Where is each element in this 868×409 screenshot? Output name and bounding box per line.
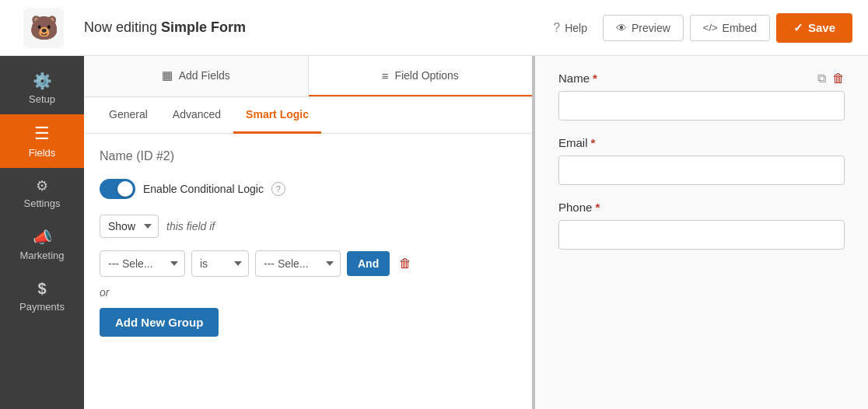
- condition-operator-select[interactable]: is is not: [191, 250, 249, 277]
- tab-add-fields[interactable]: ▦ Add Fields: [84, 56, 309, 96]
- form-preview-wrapper: Name * ⧉ 🗑 Email *: [558, 72, 845, 250]
- panel-tabs: ▦ Add Fields ≡ Field Options: [84, 56, 532, 97]
- main-layout: ⚙️ Setup ☰ Fields ⚙ Settings 📣 Marketing…: [0, 56, 868, 409]
- tab-field-options[interactable]: ≡ Field Options: [309, 56, 533, 96]
- marketing-icon: 📣: [33, 228, 52, 246]
- condition-field-select[interactable]: --- Sele...: [100, 250, 185, 277]
- phone-input[interactable]: [558, 220, 845, 250]
- content-area: ▦ Add Fields ≡ Field Options General Adv…: [84, 56, 868, 409]
- save-button[interactable]: ✓ Save: [776, 13, 852, 43]
- add-group-label: Add New Group: [115, 316, 203, 329]
- form-name: Simple Form: [161, 19, 246, 35]
- field-options-icon: ≡: [382, 69, 389, 82]
- copy-icon[interactable]: ⧉: [817, 72, 826, 86]
- logo-icon: 🐻: [23, 8, 64, 48]
- required-star: *: [591, 136, 596, 149]
- add-fields-icon: ▦: [162, 68, 173, 82]
- required-star: *: [593, 72, 597, 85]
- email-label: Email *: [558, 136, 845, 149]
- sub-tab-smart-logic[interactable]: Smart Logic: [233, 97, 321, 134]
- add-new-group-button[interactable]: Add New Group: [100, 308, 219, 337]
- condition-value-select[interactable]: --- Sele...: [255, 250, 341, 277]
- sidebar-item-label: Payments: [19, 301, 65, 313]
- sidebar: ⚙️ Setup ☰ Fields ⚙ Settings 📣 Marketing…: [0, 56, 84, 409]
- sidebar-item-setup[interactable]: ⚙️ Setup: [0, 62, 84, 114]
- conditional-logic-toggle[interactable]: [100, 179, 135, 199]
- trash-icon: 🗑: [399, 257, 411, 270]
- payments-icon: $: [37, 280, 46, 298]
- form-field-email: Email *: [558, 136, 845, 185]
- sub-tabs: General Advanced Smart Logic: [84, 97, 532, 134]
- condition-row: --- Sele... is is not --- Sele... And 🗑: [100, 250, 516, 277]
- embed-button[interactable]: </> Embed: [690, 15, 770, 41]
- sidebar-item-label: Marketing: [19, 250, 64, 261]
- preview-button[interactable]: 👁 Preview: [603, 15, 684, 41]
- delete-condition-button[interactable]: 🗑: [396, 253, 415, 274]
- and-label: And: [358, 257, 379, 270]
- email-input[interactable]: [558, 156, 845, 185]
- toggle-help-icon[interactable]: ?: [271, 182, 285, 196]
- toggle-label: Enable Conditional Logic: [143, 183, 264, 195]
- tab-field-options-label: Field Options: [394, 69, 458, 82]
- field-actions: ⧉ 🗑: [817, 72, 845, 86]
- toggle-row: Enable Conditional Logic ?: [100, 179, 516, 199]
- save-label: Save: [808, 21, 835, 34]
- help-circle-icon: ?: [553, 21, 560, 35]
- name-label: Name *: [558, 72, 597, 85]
- preview-label: Preview: [632, 22, 670, 34]
- panel-body: Name (ID #2) Enable Conditional Logic ?: [84, 134, 532, 352]
- field-if-text: this field if: [166, 220, 215, 232]
- editing-title: Now editing Simple Form: [84, 19, 531, 36]
- setup-icon: ⚙️: [33, 72, 52, 90]
- or-text: or: [100, 286, 516, 299]
- form-field-name: Name * ⧉ 🗑: [558, 72, 845, 121]
- sidebar-item-payments[interactable]: $ Payments: [0, 271, 84, 322]
- sidebar-item-label: Fields: [29, 147, 56, 159]
- sidebar-item-label: Settings: [24, 198, 61, 209]
- sidebar-item-label: Setup: [29, 93, 55, 105]
- left-panel: ▦ Add Fields ≡ Field Options General Adv…: [84, 56, 535, 409]
- field-title: Name (ID #2): [100, 149, 516, 163]
- sidebar-item-fields[interactable]: ☰ Fields: [0, 114, 84, 168]
- show-row: Show Hide this field if: [100, 215, 516, 238]
- and-button[interactable]: And: [347, 251, 390, 276]
- eye-icon: 👁: [616, 22, 627, 34]
- checkmark-icon: ✓: [793, 21, 803, 35]
- show-select[interactable]: Show Hide: [100, 215, 159, 238]
- sidebar-item-settings[interactable]: ⚙ Settings: [0, 168, 84, 218]
- field-id: (ID #2): [136, 149, 174, 163]
- fields-icon: ☰: [34, 124, 50, 144]
- sub-tab-advanced[interactable]: Advanced: [160, 97, 233, 134]
- code-icon: </>: [703, 22, 718, 33]
- required-star: *: [595, 201, 600, 214]
- help-label: Help: [565, 22, 587, 34]
- help-button[interactable]: ? Help: [544, 15, 597, 41]
- toggle-knob: [117, 181, 133, 197]
- form-field-phone: Phone *: [558, 201, 845, 250]
- topbar-actions: ? Help 👁 Preview </> Embed ✓ Save: [544, 13, 852, 43]
- settings-icon: ⚙: [36, 177, 48, 194]
- sub-tab-smart-logic-label: Smart Logic: [246, 108, 309, 121]
- embed-label: Embed: [723, 22, 757, 34]
- sub-tab-general-label: General: [109, 108, 148, 121]
- tab-add-fields-label: Add Fields: [179, 69, 230, 82]
- sub-tab-advanced-label: Advanced: [173, 108, 221, 121]
- phone-label: Phone *: [558, 201, 845, 214]
- topbar: 🐻 Now editing Simple Form ? Help 👁 Previ…: [0, 0, 868, 56]
- name-input[interactable]: [558, 91, 845, 121]
- right-panel: Name * ⧉ 🗑 Email *: [535, 56, 868, 409]
- sub-tab-general[interactable]: General: [96, 97, 160, 134]
- field-name: Name: [100, 149, 133, 163]
- trash-icon[interactable]: 🗑: [832, 72, 845, 86]
- editing-prefix: Now editing: [84, 19, 157, 35]
- logo-area: 🐻: [16, 0, 72, 56]
- sidebar-item-marketing[interactable]: 📣 Marketing: [0, 218, 84, 271]
